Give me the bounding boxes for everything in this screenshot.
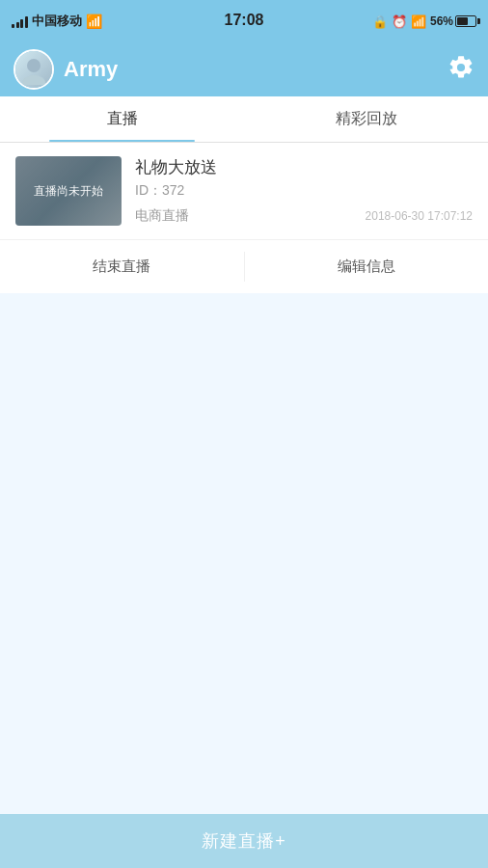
tab-live[interactable]: 直播 xyxy=(0,96,244,142)
end-broadcast-button[interactable]: 结束直播 xyxy=(0,252,245,282)
gear-icon xyxy=(447,54,474,81)
tab-live-label: 直播 xyxy=(107,109,138,129)
status-right: 🔒 ⏰ 📶 56% xyxy=(372,14,476,29)
battery-display: 56% xyxy=(430,14,476,28)
broadcast-id: ID：372 xyxy=(135,182,473,200)
bluetooth-icon: 📶 xyxy=(411,14,426,29)
edit-info-button[interactable]: 编辑信息 xyxy=(245,252,489,282)
header-left: Army xyxy=(14,49,118,90)
signal-icon xyxy=(12,14,28,28)
edit-info-label: 编辑信息 xyxy=(338,258,395,274)
battery-percent: 56% xyxy=(430,14,453,28)
broadcast-title: 礼物大放送 xyxy=(135,156,473,178)
settings-button[interactable] xyxy=(447,54,474,85)
thumbnail-overlay: 直播尚未开始 xyxy=(15,156,122,226)
wifi-icon: 📶 xyxy=(86,14,102,29)
broadcast-time: 2018-06-30 17:07:12 xyxy=(366,209,473,223)
avatar-image xyxy=(15,51,52,88)
broadcast-meta: 电商直播 2018-06-30 17:07:12 xyxy=(135,207,473,225)
broadcast-info: 礼物大放送 ID：372 电商直播 2018-06-30 17:07:12 xyxy=(135,156,473,225)
avatar-svg xyxy=(18,54,49,85)
alarm-icon: ⏰ xyxy=(392,14,407,29)
end-broadcast-label: 结束直播 xyxy=(93,258,150,274)
broadcast-thumbnail[interactable]: 直播尚未开始 xyxy=(15,156,122,226)
tab-bar: 直播 精彩回放 xyxy=(0,96,488,143)
svg-point-1 xyxy=(22,75,45,85)
carrier-label: 中国移动 xyxy=(32,13,82,30)
lock-icon: 🔒 xyxy=(372,14,388,29)
status-bar: 中国移动 📶 17:08 🔒 ⏰ 📶 56% xyxy=(0,0,488,42)
broadcast-item: 直播尚未开始 礼物大放送 ID：372 电商直播 2018-06-30 17:0… xyxy=(0,143,488,239)
avatar[interactable] xyxy=(14,49,54,90)
app-title: Army xyxy=(64,57,118,82)
app-header: Army xyxy=(0,42,488,96)
status-left: 中国移动 📶 xyxy=(12,13,102,30)
broadcast-type: 电商直播 xyxy=(135,207,189,225)
status-time: 17:08 xyxy=(225,12,264,29)
new-broadcast-button[interactable]: 新建直播+ xyxy=(0,814,488,868)
tab-replay[interactable]: 精彩回放 xyxy=(244,96,488,142)
content-area: 直播尚未开始 礼物大放送 ID：372 电商直播 2018-06-30 17:0… xyxy=(0,143,488,293)
thumbnail-status: 直播尚未开始 xyxy=(34,183,103,200)
tab-replay-label: 精彩回放 xyxy=(336,109,397,129)
battery-icon xyxy=(455,15,476,27)
new-broadcast-label: 新建直播+ xyxy=(202,829,286,853)
actions-row: 结束直播 编辑信息 xyxy=(0,239,488,293)
svg-point-0 xyxy=(27,59,41,72)
